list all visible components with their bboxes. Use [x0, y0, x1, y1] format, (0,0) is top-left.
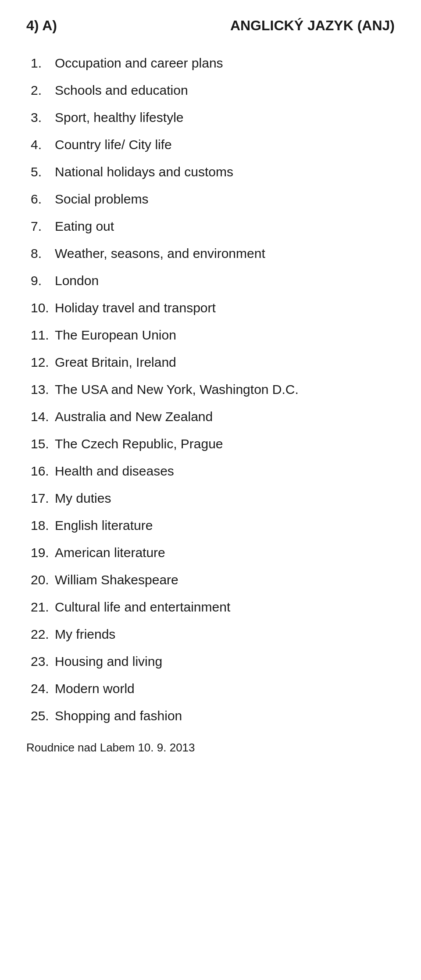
item-text: Health and diseases: [55, 464, 174, 479]
list-item: 1.Occupation and career plans: [31, 56, 395, 71]
item-text: Social problems: [55, 192, 148, 207]
item-number: 14.: [31, 409, 55, 424]
item-number: 1.: [31, 56, 55, 71]
item-text: Modern world: [55, 681, 135, 696]
item-number: 19.: [31, 545, 55, 560]
item-number: 17.: [31, 491, 55, 506]
list-item: 24.Modern world: [31, 681, 395, 696]
list-item: 7.Eating out: [31, 219, 395, 234]
item-text: The Czech Republic, Prague: [55, 436, 223, 451]
item-number: 7.: [31, 219, 55, 234]
item-text: Holiday travel and transport: [55, 300, 216, 315]
item-text: Cultural life and entertainment: [55, 600, 230, 615]
list-item: 4.Country life/ City life: [31, 137, 395, 152]
list-item: 5.National holidays and customs: [31, 165, 395, 179]
list-item: 20.William Shakespeare: [31, 572, 395, 587]
list-item: 21.Cultural life and entertainment: [31, 600, 395, 615]
item-text: Occupation and career plans: [55, 56, 223, 71]
item-text: Sport, healthy lifestyle: [55, 110, 183, 125]
item-number: 2.: [31, 83, 55, 98]
list-item: 23.Housing and living: [31, 654, 395, 669]
list-item: 11.The European Union: [31, 328, 395, 343]
item-number: 25.: [31, 708, 55, 723]
item-number: 3.: [31, 110, 55, 125]
item-text: English literature: [55, 518, 153, 533]
item-text: Schools and education: [55, 83, 188, 98]
footer-text: Roudnice nad Labem 10. 9. 2013: [26, 741, 395, 755]
item-number: 23.: [31, 654, 55, 669]
item-text: Great Britain, Ireland: [55, 355, 176, 370]
list-item: 18.English literature: [31, 518, 395, 533]
page-header: 4) A) ANGLICKÝ JAZYK (ANJ): [26, 18, 395, 34]
item-number: 4.: [31, 137, 55, 152]
item-text: Eating out: [55, 219, 114, 234]
list-item: 3.Sport, healthy lifestyle: [31, 110, 395, 125]
list-item: 13.The USA and New York, Washington D.C.: [31, 382, 395, 397]
item-text: London: [55, 273, 99, 288]
list-item: 9.London: [31, 273, 395, 288]
item-number: 6.: [31, 192, 55, 207]
list-item: 2.Schools and education: [31, 83, 395, 98]
list-item: 6.Social problems: [31, 192, 395, 207]
item-number: 11.: [31, 328, 55, 343]
item-number: 8.: [31, 246, 55, 261]
item-number: 12.: [31, 355, 55, 370]
list-item: 12.Great Britain, Ireland: [31, 355, 395, 370]
list-item: 8.Weather, seasons, and environment: [31, 246, 395, 261]
item-number: 15.: [31, 436, 55, 451]
list-item: 17.My duties: [31, 491, 395, 506]
item-text: National holidays and customs: [55, 165, 233, 179]
header-left: 4) A): [26, 18, 57, 34]
item-number: 21.: [31, 600, 55, 615]
header-right: ANGLICKÝ JAZYK (ANJ): [230, 18, 395, 34]
list-item: 19.American literature: [31, 545, 395, 560]
item-number: 5.: [31, 165, 55, 179]
item-text: My friends: [55, 627, 115, 642]
list-item: 15.The Czech Republic, Prague: [31, 436, 395, 451]
item-text: Australia and New Zealand: [55, 409, 213, 424]
item-number: 24.: [31, 681, 55, 696]
list-item: 25.Shopping and fashion: [31, 708, 395, 723]
item-number: 16.: [31, 464, 55, 479]
item-text: William Shakespeare: [55, 572, 178, 587]
topic-list: 1.Occupation and career plans2.Schools a…: [31, 56, 395, 723]
item-number: 18.: [31, 518, 55, 533]
item-text: The USA and New York, Washington D.C.: [55, 382, 299, 397]
item-number: 20.: [31, 572, 55, 587]
item-text: American literature: [55, 545, 165, 560]
item-number: 13.: [31, 382, 55, 397]
item-number: 22.: [31, 627, 55, 642]
item-text: My duties: [55, 491, 111, 506]
list-item: 10.Holiday travel and transport: [31, 300, 395, 315]
item-number: 9.: [31, 273, 55, 288]
item-text: Housing and living: [55, 654, 162, 669]
item-text: The European Union: [55, 328, 176, 343]
item-text: Weather, seasons, and environment: [55, 246, 265, 261]
list-item: 14.Australia and New Zealand: [31, 409, 395, 424]
item-text: Country life/ City life: [55, 137, 172, 152]
item-number: 10.: [31, 300, 55, 315]
list-item: 16.Health and diseases: [31, 464, 395, 479]
item-text: Shopping and fashion: [55, 708, 182, 723]
list-item: 22.My friends: [31, 627, 395, 642]
